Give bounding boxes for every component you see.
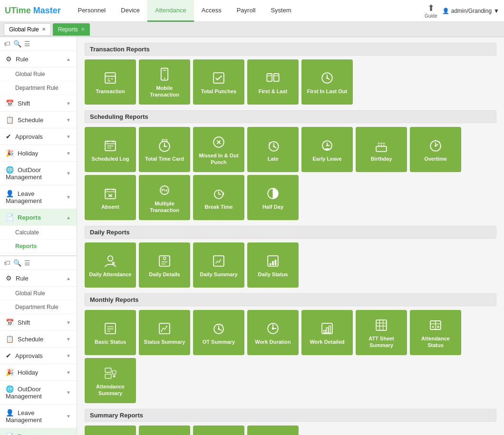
sidebar-approvals-2[interactable]: ✔Approvals ▼ bbox=[0, 348, 77, 364]
summary-reports-grid: Employee Summary Leave Summary Departmen… bbox=[85, 425, 496, 435]
svg-rect-6 bbox=[267, 74, 272, 81]
sidebar-holiday-label-2: Holiday bbox=[18, 369, 38, 376]
tab-reports[interactable]: Reports ✕ bbox=[53, 23, 90, 36]
guide-button[interactable]: ⬆ Guide bbox=[425, 3, 437, 19]
shift-icon-1: 📅 bbox=[6, 99, 14, 107]
basic-status-icon bbox=[102, 320, 119, 337]
sidebar-leave-1[interactable]: 👤Leave Management ▼ bbox=[0, 185, 77, 209]
card-half-day[interactable]: Half Day bbox=[247, 175, 299, 220]
transaction-icon bbox=[102, 69, 119, 87]
svg-rect-51 bbox=[213, 256, 224, 266]
card-leave-summary[interactable]: Leave Summary bbox=[139, 425, 190, 435]
sidebar-schedule-1[interactable]: 📋Schedule ▼ bbox=[0, 112, 77, 128]
card-early-leave-label: Early Leave bbox=[312, 156, 341, 162]
card-yearly-summary[interactable]: Yearly Summary bbox=[247, 425, 299, 435]
sidebar-outdoor-1[interactable]: 🌐OutDoor Management ▼ bbox=[0, 162, 77, 185]
sidebar-reports-2[interactable]: 📄Reports ▲ bbox=[0, 428, 77, 435]
daily-reports-grid: Daily Attendance Daily Details Daily Sum… bbox=[85, 242, 496, 288]
sidebar-schedule-label-2: Schedule bbox=[18, 336, 43, 343]
sidebar-search-icon-2[interactable]: 🔍 bbox=[13, 259, 21, 267]
sidebar-global-rule-1[interactable]: Global Rule bbox=[0, 68, 77, 81]
card-scheduled-log[interactable]: Scheduled Log bbox=[85, 127, 136, 172]
sidebar-approvals-1[interactable]: ✔Approvals ▼ bbox=[0, 128, 77, 145]
sidebar-outdoor-2[interactable]: 🌐OutDoor Management ▼ bbox=[0, 381, 77, 405]
tab-global-rule-close[interactable]: ✕ bbox=[42, 27, 46, 32]
card-total-punches[interactable]: Total Punches bbox=[193, 59, 244, 105]
user-menu[interactable]: 👤 admin/Granding ▼ bbox=[442, 8, 499, 14]
card-first-last[interactable]: First & Last bbox=[247, 59, 299, 105]
card-daily-status[interactable]: Daily Status bbox=[247, 242, 299, 288]
holiday-arrow-2: ▼ bbox=[66, 370, 71, 375]
card-work-detailed[interactable]: Work Detailed bbox=[301, 310, 353, 355]
tab-global-rule[interactable]: Global Rule ✕ bbox=[4, 23, 51, 36]
sidebar-shift-1[interactable]: 📅Shift ▼ bbox=[0, 95, 77, 112]
card-late[interactable]: Late bbox=[247, 127, 299, 172]
card-attendance-status[interactable]: Attendance Status bbox=[410, 310, 461, 355]
nav-system[interactable]: System bbox=[263, 0, 299, 22]
card-absent[interactable]: Absent bbox=[85, 175, 136, 220]
sidebar-shift-2[interactable]: 📅Shift ▼ bbox=[0, 314, 77, 331]
svg-rect-54 bbox=[272, 261, 274, 265]
sidebar-reports-1[interactable]: 📄Reports ▲ bbox=[0, 209, 77, 226]
sidebar-calculate-1[interactable]: Calculate bbox=[0, 226, 77, 240]
nav-payroll[interactable]: Payroll bbox=[229, 0, 263, 22]
sidebar-search-icon[interactable]: 🔍 bbox=[13, 40, 21, 48]
sidebar-dept-rule-1[interactable]: Department Rule bbox=[0, 81, 77, 95]
svg-rect-60 bbox=[159, 323, 170, 334]
card-birthday[interactable]: Birthday bbox=[356, 127, 407, 172]
card-employee-summary[interactable]: Employee Summary bbox=[85, 425, 136, 435]
card-status-summary[interactable]: Status Summary bbox=[139, 310, 190, 355]
half-day-icon bbox=[264, 185, 281, 202]
sidebar-leave-2[interactable]: 👤Leave Management ▼ bbox=[0, 405, 77, 428]
sidebar-menu-icon[interactable]: ☰ bbox=[24, 40, 30, 48]
section-transaction-reports: Transaction Reports bbox=[85, 43, 496, 56]
card-daily-attendance[interactable]: Daily Attendance bbox=[85, 242, 136, 288]
card-multiple-transaction-label: Multiple Transaction bbox=[142, 201, 187, 213]
scheduled-log-icon bbox=[102, 137, 119, 154]
card-basic-status[interactable]: Basic Status bbox=[85, 310, 136, 355]
card-first-in-last-out-label: First In Last Out bbox=[307, 88, 347, 95]
sidebar-item-rule-2[interactable]: ⚙Rule ▲ bbox=[0, 270, 77, 287]
scheduling-reports-grid: Scheduled Log Total Time Card Missed In … bbox=[85, 127, 496, 220]
card-mobile-transaction[interactable]: Mobile Transaction bbox=[139, 59, 190, 105]
sidebar-tag-icon[interactable]: 🏷 bbox=[4, 40, 10, 48]
card-total-time-card[interactable]: Total Time Card bbox=[139, 127, 190, 172]
nav-access[interactable]: Access bbox=[194, 0, 229, 22]
sidebar-reports-sub-1[interactable]: Reports bbox=[0, 240, 77, 253]
sidebar-schedule-2[interactable]: 📋Schedule ▼ bbox=[0, 331, 77, 348]
schedule-icon-2: 📋 bbox=[6, 335, 14, 343]
sidebar-menu-icon-2[interactable]: ☰ bbox=[24, 259, 30, 267]
sidebar-holiday-1[interactable]: 🎉Holiday ▼ bbox=[0, 145, 77, 162]
nav-device[interactable]: Device bbox=[113, 0, 147, 22]
rule-arrow-1: ▲ bbox=[66, 57, 71, 62]
card-early-leave[interactable]: Early Leave bbox=[301, 127, 353, 172]
card-multiple-transaction[interactable]: Multiple Transaction bbox=[139, 175, 190, 220]
sidebar-holiday-2[interactable]: 🎉Holiday ▼ bbox=[0, 364, 77, 381]
shift-arrow-2: ▼ bbox=[66, 320, 71, 325]
nav-personnel[interactable]: Personnel bbox=[70, 0, 114, 22]
card-att-sheet[interactable]: ATT Sheet Summary bbox=[356, 310, 407, 355]
card-break-time[interactable]: Break Time bbox=[193, 175, 244, 220]
sidebar-rule-label-1: Rule bbox=[16, 56, 29, 63]
sidebar-global-rule-2[interactable]: Global Rule bbox=[0, 287, 77, 300]
card-work-duration[interactable]: Work Duration bbox=[247, 310, 299, 355]
card-ot-summary[interactable]: OT Summary bbox=[193, 310, 244, 355]
card-daily-attendance-label: Daily Attendance bbox=[89, 271, 132, 278]
tab-reports-close[interactable]: ✕ bbox=[81, 27, 85, 32]
card-missed-punch[interactable]: Missed In & Out Punch bbox=[193, 127, 244, 172]
nav-attendance[interactable]: Attendance bbox=[147, 0, 194, 22]
sidebar-item-rule-1[interactable]: ⚙Rule ▲ bbox=[0, 51, 77, 68]
card-attendance-summary[interactable]: Attendance Summary bbox=[85, 358, 136, 403]
sidebar-tag-icon-2[interactable]: 🏷 bbox=[4, 259, 10, 267]
svg-rect-53 bbox=[270, 263, 271, 265]
card-department-summary[interactable]: Department Summary bbox=[193, 425, 244, 435]
user-icon: 👤 bbox=[442, 8, 449, 14]
card-daily-summary[interactable]: Daily Summary bbox=[193, 242, 244, 288]
svg-rect-82 bbox=[105, 374, 111, 378]
card-first-in-last-out[interactable]: First In Last Out bbox=[301, 59, 353, 105]
top-navigation: UTime Master Personnel Device Attendance… bbox=[0, 0, 504, 22]
card-transaction[interactable]: Transaction bbox=[85, 59, 136, 105]
sidebar-dept-rule-2[interactable]: Department Rule bbox=[0, 300, 77, 314]
card-daily-details[interactable]: Daily Details bbox=[139, 242, 190, 288]
card-overtime[interactable]: Overtime bbox=[410, 127, 461, 172]
